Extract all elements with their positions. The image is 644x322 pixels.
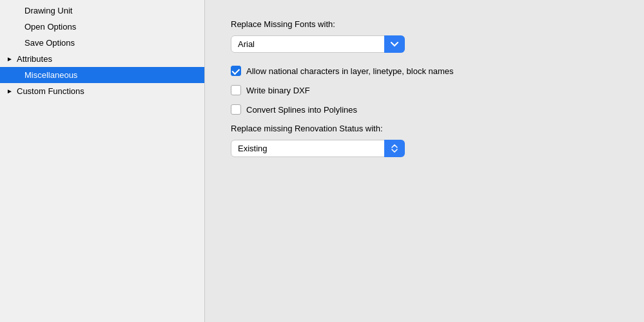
sidebar-item-attributes[interactable]: ►Attributes [0, 51, 204, 67]
sidebar-item-label: Open Options [24, 22, 76, 32]
chevron-right-icon: ► [5, 55, 14, 62]
sidebar-item-custom-functions[interactable]: ►Custom Functions [0, 83, 204, 99]
checkbox-binary-dxf[interactable] [231, 85, 241, 95]
sidebar-item-label: Save Options [24, 38, 75, 48]
checkbox-label-convert-splines: Convert Splines into Polylines [246, 105, 357, 115]
renovation-dropdown-container[interactable]: ExistingNewDemolishedUndefined [231, 140, 405, 157]
main-content: Replace Missing Fonts with: ArialHelveti… [205, 0, 644, 322]
checkbox-row-convert-splines[interactable]: Convert Splines into Polylines [231, 104, 618, 115]
checkbox-row-binary-dxf[interactable]: Write binary DXF [231, 85, 618, 95]
sidebar-item-label: Miscellaneous [24, 70, 77, 80]
checkbox-label-binary-dxf: Write binary DXF [246, 86, 310, 95]
checkbox-convert-splines[interactable] [231, 104, 241, 115]
sidebar-item-label: Custom Functions [17, 86, 84, 96]
checkbox-row-national-chars[interactable]: Allow national characters in layer, line… [231, 66, 618, 76]
fonts-dropdown-container[interactable]: ArialHelveticaTimes New RomanCourier New [231, 35, 405, 53]
checkbox-label-national-chars: Allow national characters in layer, line… [246, 66, 454, 76]
checkboxes-container: Allow national characters in layer, line… [231, 66, 618, 115]
sidebar-item-label: Drawing Unit [24, 6, 72, 15]
sidebar-item-miscellaneous[interactable]: Miscellaneous [0, 67, 204, 83]
checkbox-national-chars[interactable] [231, 66, 241, 76]
renovation-dropdown[interactable]: ExistingNewDemolishedUndefined [231, 140, 405, 157]
fonts-dropdown[interactable]: ArialHelveticaTimes New RomanCourier New [231, 35, 405, 53]
sidebar-item-label: Attributes [17, 54, 52, 64]
replace-renovation-label: Replace missing Renovation Status with: [231, 124, 618, 133]
sidebar: Drawing UnitOpen OptionsSave Options►Att… [0, 0, 205, 322]
replace-fonts-label: Replace Missing Fonts with: [231, 19, 618, 29]
sidebar-item-open-options[interactable]: Open Options [0, 19, 204, 35]
sidebar-item-save-options[interactable]: Save Options [0, 35, 204, 51]
sidebar-item-drawing-unit[interactable]: Drawing Unit [0, 3, 204, 19]
chevron-right-icon: ► [5, 88, 14, 95]
